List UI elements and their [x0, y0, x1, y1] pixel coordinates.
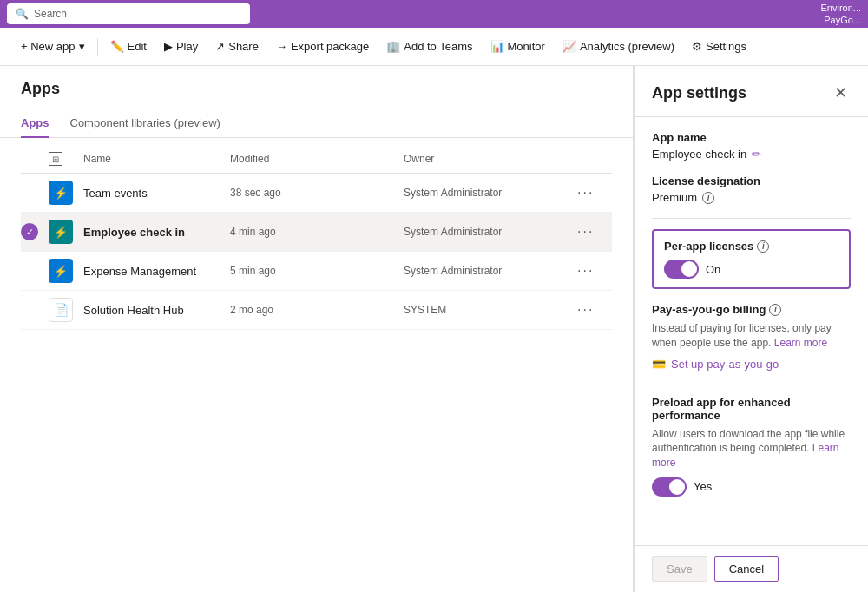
- preload-desc: Allow users to download the app file whi…: [652, 427, 851, 470]
- row-check-selected: ✓: [21, 223, 49, 240]
- license-section: License designation Premium i: [652, 174, 851, 204]
- app-owner-team-events: System Administrator: [404, 187, 577, 199]
- app-modified-team-events: 38 sec ago: [230, 187, 404, 199]
- app-name-value: Employee check in ✏: [652, 148, 851, 161]
- license-label: License designation: [652, 174, 851, 187]
- col-icon: ⊞: [49, 152, 83, 166]
- play-button[interactable]: ▶ Play: [157, 35, 205, 58]
- app-owner-solution-hub: SYSTEM: [404, 304, 577, 316]
- preload-toggle-row: Yes: [652, 477, 851, 497]
- billing-desc: Instead of paying for licenses, only pay…: [652, 321, 851, 351]
- row-menu-employee-check-in[interactable]: ···: [577, 224, 612, 240]
- edit-icon: ✏️: [110, 40, 124, 53]
- app-settings-panel: App settings ✕ App name Employee check i…: [634, 66, 868, 592]
- preload-title: Preload app for enhanced performance: [652, 396, 851, 422]
- table-header: ⊞ Name Modified Owner: [21, 145, 612, 174]
- share-icon: ↗: [215, 40, 225, 53]
- export-button[interactable]: → Export package: [269, 35, 376, 58]
- top-bar: 🔍 Search Environ... PayGo...: [0, 0, 868, 28]
- license-value: Premium i: [652, 191, 851, 204]
- cancel-button[interactable]: Cancel: [714, 556, 779, 582]
- setup-pay-as-you-go-link[interactable]: 💳 Set up pay-as-you-go: [652, 358, 851, 371]
- share-button[interactable]: ↗ Share: [208, 35, 266, 58]
- tab-apps[interactable]: Apps: [21, 109, 49, 138]
- page-title: Apps: [21, 80, 612, 98]
- col-name: Name: [83, 153, 230, 165]
- preload-toggle-knob: [669, 479, 685, 495]
- check-icon: ✓: [21, 223, 38, 240]
- settings-button[interactable]: ⚙ Settings: [685, 35, 753, 58]
- row-menu-expense[interactable]: ···: [577, 263, 612, 279]
- analytics-button[interactable]: 📈 Analytics (preview): [556, 35, 681, 58]
- preload-toggle-label: Yes: [694, 480, 712, 493]
- app-owner-employee-check-in: System Administrator: [404, 226, 577, 238]
- save-button[interactable]: Save: [652, 556, 707, 582]
- billing-info-icon[interactable]: i: [769, 304, 781, 316]
- app-name-section: App name Employee check in ✏: [652, 131, 851, 161]
- app-owner-expense: System Administrator: [404, 265, 577, 277]
- page-header: Apps: [0, 66, 633, 98]
- row-menu-solution-hub[interactable]: ···: [577, 302, 612, 318]
- left-panel: Apps Apps Component libraries (preview) …: [0, 66, 634, 592]
- panel-body: App name Employee check in ✏ License des…: [635, 117, 868, 545]
- table-row[interactable]: ✓ ⚡ Employee check in 4 min ago System A…: [21, 213, 612, 252]
- app-icon-expense: ⚡: [49, 259, 83, 283]
- search-box[interactable]: 🔍 Search: [7, 3, 250, 24]
- billing-title: Pay-as-you-go billing i: [652, 303, 851, 316]
- col-modified: Modified: [230, 153, 404, 165]
- preload-section: Preload app for enhanced performance All…: [652, 396, 851, 497]
- export-icon: →: [276, 40, 287, 53]
- app-icon-solution-hub: 📄: [49, 298, 83, 322]
- app-icon-employee-check-in: ⚡: [49, 220, 83, 244]
- edit-button[interactable]: ✏️ Edit: [103, 35, 154, 58]
- app-name-team-events: Team events: [83, 187, 230, 200]
- env-info: Environ... PayGo...: [821, 2, 861, 27]
- per-app-toggle[interactable]: [664, 260, 699, 279]
- app-modified-expense: 5 min ago: [230, 265, 404, 277]
- panel-header: App settings ✕: [635, 66, 868, 117]
- preload-toggle[interactable]: [652, 477, 687, 497]
- close-panel-button[interactable]: ✕: [831, 80, 851, 106]
- add-to-teams-button[interactable]: 🏢 Add to Teams: [379, 35, 479, 58]
- billing-section: Pay-as-you-go billing i Instead of payin…: [652, 303, 851, 371]
- separator-1: [97, 38, 98, 56]
- app-modified-solution-hub: 2 mo ago: [230, 304, 404, 316]
- panel-footer: Save Cancel: [635, 545, 868, 592]
- analytics-icon: 📈: [562, 40, 576, 53]
- license-info-icon[interactable]: i: [702, 192, 714, 204]
- app-icon-team-events: ⚡: [49, 181, 83, 205]
- wallet-icon: 💳: [652, 358, 666, 371]
- billing-learn-more-link[interactable]: Learn more: [774, 337, 827, 349]
- divider-2: [652, 385, 851, 385]
- chevron-down-icon: ▾: [79, 40, 85, 53]
- tabs-bar: Apps Component libraries (preview): [0, 109, 633, 138]
- app-modified-employee-check-in: 4 min ago: [230, 226, 404, 238]
- panel-title: App settings: [652, 84, 746, 102]
- teams-icon: 🏢: [386, 40, 400, 53]
- table-row[interactable]: ⚡ Team events 38 sec ago System Administ…: [21, 174, 612, 213]
- row-menu-team-events[interactable]: ···: [577, 185, 612, 201]
- app-name-employee-check-in: Employee check in: [83, 226, 230, 239]
- toolbar: + New app ▾ ✏️ Edit ▶ Play ↗ Share → Exp…: [0, 28, 868, 66]
- per-app-licenses-box: Per-app licenses i On: [652, 229, 851, 289]
- monitor-icon: 📊: [490, 40, 504, 53]
- col-owner: Owner: [404, 153, 577, 165]
- search-text: Search: [34, 8, 67, 20]
- new-app-button[interactable]: + New app ▾: [14, 35, 92, 58]
- app-name-label: App name: [652, 131, 851, 144]
- table-row[interactable]: ⚡ Expense Management 5 min ago System Ad…: [21, 252, 612, 291]
- play-icon: ▶: [164, 40, 173, 53]
- main-area: Apps Apps Component libraries (preview) …: [0, 66, 868, 592]
- divider-1: [652, 218, 851, 219]
- edit-app-name-icon[interactable]: ✏: [752, 148, 761, 161]
- table-row[interactable]: 📄 Solution Health Hub 2 mo ago SYSTEM ··…: [21, 291, 612, 330]
- tab-component-libraries[interactable]: Component libraries (preview): [70, 109, 220, 138]
- toggle-knob: [681, 261, 697, 277]
- per-app-info-icon[interactable]: i: [757, 240, 769, 253]
- app-name-solution-hub: Solution Health Hub: [83, 304, 230, 317]
- app-name-expense: Expense Management: [83, 265, 230, 278]
- monitor-button[interactable]: 📊 Monitor: [483, 35, 552, 58]
- per-app-label: Per-app licenses i: [664, 240, 838, 253]
- settings-icon: ⚙: [692, 40, 702, 53]
- per-app-toggle-row: On: [664, 260, 838, 279]
